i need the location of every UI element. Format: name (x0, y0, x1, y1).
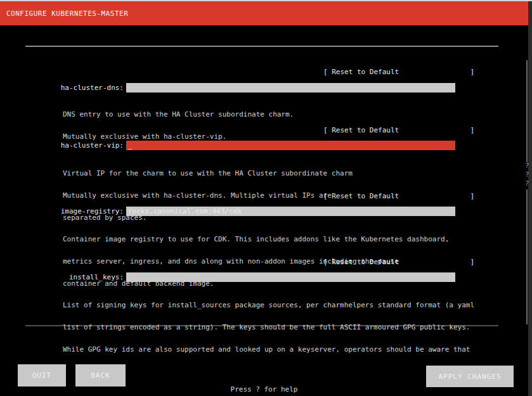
reset-label: Reset to Default (332, 126, 399, 134)
description-line: Container image registry to use for CDK.… (63, 236, 449, 243)
reset-label: Reset to Default (332, 192, 399, 200)
scroll-mark: ? (525, 162, 529, 170)
scrollbar-track-top[interactable] (526, 60, 528, 162)
top-divider (25, 46, 498, 47)
bracket-close: ] (470, 126, 474, 134)
reset-label: Reset to Default (332, 258, 399, 266)
description-line: Mutually exclusive with ha-cluster-vip. (63, 133, 294, 141)
quit-button[interactable]: QUIT (18, 364, 66, 386)
reset-to-default-button-ha-cluster-vip[interactable]: [ Reset to Default ] (323, 126, 474, 134)
bracket-close: ] (470, 192, 474, 200)
description-line: list of strings encoded as a string). Th… (63, 324, 474, 331)
input-value: rocks.canonical.com:443/cdk (128, 207, 242, 215)
description-line: While GPG key ids are also supported and… (63, 346, 474, 354)
back-button-label: BACK (91, 371, 110, 380)
back-button[interactable]: BACK (75, 364, 126, 386)
reset-label: Reset to Default (332, 68, 399, 76)
page-title: CONFIGURE KUBERNETES-MASTER (6, 10, 128, 18)
scrollbar-track-bottom[interactable] (526, 189, 528, 324)
reset-to-default-button-image-registry[interactable]: [ Reset to Default ] (323, 192, 474, 200)
description-line: DNS entry to use with the HA Cluster sub… (63, 111, 294, 118)
reset-to-default-button-install-keys[interactable]: [ Reset to Default ] (323, 258, 474, 266)
apply-changes-button[interactable]: APPLY CHANGES (426, 366, 514, 387)
bracket-open: [ Reset to Default (323, 192, 399, 200)
ha-cluster-dns-input[interactable] (126, 83, 455, 93)
ha-cluster-dns-label: ha-cluster-dns: (25, 84, 124, 92)
scrollbar-thumb[interactable]: ??? (524, 162, 530, 188)
quit-button-label: QUIT (32, 371, 52, 380)
scroll-mark: ? (525, 170, 529, 179)
bracket-open: [ Reset to Default (323, 126, 399, 134)
ha-cluster-vip-input[interactable]: _ (126, 141, 455, 150)
bracket-open: [ Reset to Default (323, 258, 399, 266)
scroll-mark: ? (525, 179, 529, 188)
apply-changes-button-label: APPLY CHANGES (438, 373, 501, 381)
configure-kubernetes-master-screen: CONFIGURE KUBERNETES-MASTER ??? [ Reset … (0, 0, 532, 396)
bracket-open: [ Reset to Default (323, 68, 399, 76)
bracket-close: ] (470, 68, 474, 76)
window-right-edge (528, 1, 532, 396)
title-bar: CONFIGURE KUBERNETES-MASTER (0, 1, 528, 25)
text-cursor: _ (128, 141, 133, 150)
image-registry-label: image-registry: (25, 207, 124, 215)
ha-cluster-vip-label: ha-cluster-vip: (25, 141, 124, 150)
reset-to-default-button-ha-cluster-dns[interactable]: [ Reset to Default ] (323, 68, 474, 76)
install-keys-description: List of signing keys for install_sources… (63, 287, 474, 368)
image-registry-input[interactable]: rocks.canonical.com:443/cdk (126, 207, 455, 216)
description-line: Mutually exclusive with ha-cluster-dns. … (63, 192, 353, 200)
help-hint: Press ? for help (0, 385, 528, 393)
bracket-close: ] (470, 258, 474, 266)
description-line: List of signing keys for install_sources… (63, 302, 474, 309)
install-keys-label: install_keys: (25, 273, 124, 281)
install-keys-input[interactable] (126, 272, 455, 282)
description-line: Virtual IP for the charm to use with the… (63, 170, 353, 177)
